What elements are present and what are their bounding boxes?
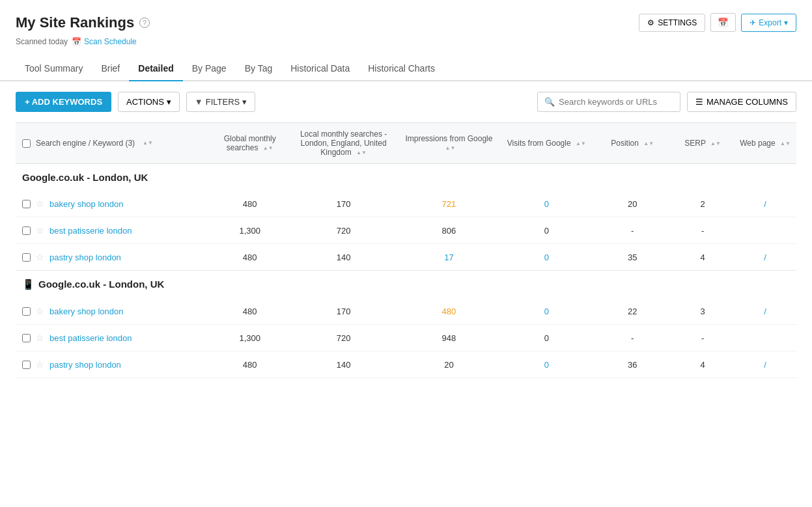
webpage-link[interactable]: /: [764, 360, 766, 370]
row-checkbox[interactable]: [22, 307, 31, 316]
star-icon[interactable]: ☆: [36, 359, 44, 370]
search-icon: 🔍: [544, 97, 555, 107]
table-row: ☆ bakery shop london 4801704800223/: [16, 298, 796, 325]
keyword-link[interactable]: best patisserie london: [49, 333, 132, 343]
col-header-position: Position ▲▼: [593, 123, 671, 164]
keyword-link[interactable]: best patisserie london: [49, 226, 132, 236]
tab-historical-data[interactable]: Historical Data: [281, 57, 359, 81]
row-checkbox[interactable]: [22, 226, 31, 235]
star-icon[interactable]: ☆: [36, 199, 44, 209]
sort-icon[interactable]: ▲▼: [780, 141, 791, 146]
table-row: ☆ bakery shop london 4801707210202/: [16, 191, 796, 217]
add-keywords-button[interactable]: + ADD KEYWORDS: [16, 92, 111, 112]
impressions-value: 480: [442, 307, 456, 316]
keyword-link[interactable]: pastry shop london: [49, 360, 121, 370]
keywords-table: Search engine / Keyword (3) ▲▼ Global mo…: [16, 122, 796, 378]
visits-cell: 0: [499, 325, 593, 351]
search-input[interactable]: [559, 97, 673, 107]
tab-detailed[interactable]: Detailed: [129, 57, 182, 81]
col-header-keyword: Search engine / Keyword (3) ▲▼: [16, 123, 211, 164]
table-row: ☆ best patisserie london 1,3007208060--: [16, 217, 796, 244]
local-searches-cell: 720: [289, 217, 399, 244]
select-all-checkbox[interactable]: [22, 139, 31, 148]
impressions-cell: 721: [399, 191, 500, 217]
keyword-cell: ☆ best patisserie london: [16, 325, 211, 351]
tab-by-tag[interactable]: By Tag: [236, 57, 282, 81]
position-cell: 35: [593, 244, 671, 271]
webpage-cell: [734, 325, 796, 351]
tab-bar: Tool Summary Brief Detailed By Page By T…: [0, 57, 812, 81]
calendar-button[interactable]: 📅: [710, 13, 736, 32]
search-box[interactable]: 🔍: [537, 92, 680, 112]
col-header-webpage: Web page ▲▼: [734, 123, 796, 164]
col-header-visits: Visits from Google ▲▼: [499, 123, 593, 164]
col-header-global: Global monthly searches ▲▼: [211, 123, 289, 164]
webpage-link[interactable]: /: [764, 307, 766, 316]
group-header: Google.co.uk - London, UK: [16, 164, 796, 191]
visits-cell: 0: [499, 351, 593, 378]
settings-button[interactable]: ⚙ SETTINGS: [639, 14, 705, 32]
webpage-cell: /: [734, 298, 796, 325]
help-icon[interactable]: ?: [139, 18, 150, 28]
local-searches-cell: 140: [289, 351, 399, 378]
impressions-cell: 17: [399, 244, 500, 271]
star-icon[interactable]: ☆: [36, 225, 44, 236]
keyword-cell: ☆ pastry shop london: [16, 244, 211, 271]
actions-button[interactable]: ACTIONS ▾: [118, 92, 180, 112]
row-checkbox[interactable]: [22, 253, 31, 262]
table-row: ☆ best patisserie london 1,3007209480--: [16, 325, 796, 351]
row-checkbox[interactable]: [22, 361, 31, 369]
visits-cell: 0: [499, 244, 593, 271]
sort-icon[interactable]: ▲▼: [445, 146, 456, 151]
tab-by-page[interactable]: By Page: [183, 57, 236, 81]
keyword-cell: ☆ bakery shop london: [16, 298, 211, 325]
impressions-cell: 806: [399, 217, 500, 244]
tab-tool-summary[interactable]: Tool Summary: [16, 57, 92, 81]
calendar-icon: 📅: [718, 18, 729, 27]
row-checkbox[interactable]: [22, 200, 31, 208]
global-searches-cell: 1,300: [211, 217, 289, 244]
webpage-link[interactable]: /: [764, 199, 766, 209]
star-icon[interactable]: ☆: [36, 333, 44, 343]
webpage-link[interactable]: /: [764, 253, 766, 262]
col-header-serp: SERP ▲▼: [671, 123, 734, 164]
webpage-cell: [734, 217, 796, 244]
gear-icon: ⚙: [647, 18, 654, 27]
position-cell: -: [593, 325, 671, 351]
global-searches-cell: 480: [211, 298, 289, 325]
keyword-link[interactable]: pastry shop london: [49, 253, 121, 262]
scan-schedule-link[interactable]: 📅 Scan Schedule: [72, 37, 137, 46]
tab-brief[interactable]: Brief: [92, 57, 129, 81]
star-icon[interactable]: ☆: [36, 252, 44, 262]
global-searches-cell: 480: [211, 244, 289, 271]
export-button[interactable]: ✈ Export ▾: [741, 14, 796, 32]
star-icon[interactable]: ☆: [36, 306, 44, 316]
group-header: 📱Google.co.uk - London, UK: [16, 271, 796, 299]
row-checkbox[interactable]: [22, 334, 31, 342]
sort-icon[interactable]: ▲▼: [576, 141, 586, 146]
local-searches-cell: 720: [289, 325, 399, 351]
impressions-cell: 948: [399, 325, 500, 351]
filters-button[interactable]: ▼ FILTERS ▾: [186, 92, 255, 112]
keyword-link[interactable]: bakery shop london: [49, 307, 123, 316]
keyword-link[interactable]: bakery shop london: [49, 199, 123, 209]
sort-icon[interactable]: ▲▼: [710, 141, 721, 146]
webpage-cell: /: [734, 351, 796, 378]
col-header-impressions: Impressions from Google ▲▼: [399, 123, 500, 164]
webpage-cell: /: [734, 244, 796, 271]
serp-cell: -: [671, 217, 734, 244]
sort-icon[interactable]: ▲▼: [263, 146, 273, 151]
serp-cell: -: [671, 325, 734, 351]
chevron-down-icon: ▾: [784, 18, 788, 27]
impressions-cell: 20: [399, 351, 500, 378]
sort-icon[interactable]: ▲▼: [643, 141, 654, 146]
global-searches-cell: 1,300: [211, 325, 289, 351]
impressions-value: 17: [444, 253, 453, 262]
tab-historical-charts[interactable]: Historical Charts: [359, 57, 444, 81]
export-icon: ✈: [749, 18, 756, 27]
serp-cell: 3: [671, 298, 734, 325]
sort-icon[interactable]: ▲▼: [356, 150, 367, 156]
manage-columns-button[interactable]: ☰ MANAGE COLUMNS: [687, 92, 796, 112]
keyword-cell: ☆ pastry shop london: [16, 351, 211, 378]
sort-icon[interactable]: ▲▼: [143, 141, 153, 146]
